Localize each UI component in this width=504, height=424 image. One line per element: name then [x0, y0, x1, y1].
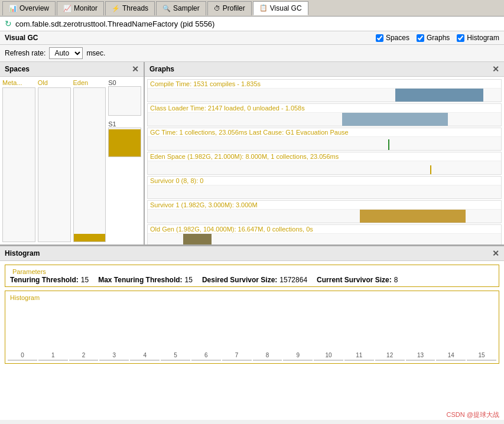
survivor1-graph: Survivor 1 (1.982G, 3.000M): 3.000M [147, 200, 502, 223]
gc-time-spike [388, 139, 389, 150]
spaces-checkbox[interactable] [376, 34, 383, 42]
section-label: Visual GC [5, 34, 38, 42]
class-loader-label: Class Loader Time: 2147 loaded, 0 unload… [148, 104, 501, 113]
tab-visual-gc[interactable]: 📋 Visual GC [253, 1, 308, 15]
hist-col-label-0: 0 [21, 352, 24, 358]
spaces-close-button[interactable]: ✕ [132, 64, 139, 74]
survivor-spaces: S0 S1 [108, 79, 141, 242]
hist-bar-wrap-1 [38, 360, 68, 361]
tab-bar: 📊 Overview 📈 Monitor ⚡ Threads 🔍 Sampler… [0, 0, 504, 17]
eden-space-col: Eden [73, 79, 106, 242]
hist-col-label-15: 15 [479, 352, 485, 358]
max-tenuring-item: Max Tenuring Threshold: 15 [98, 276, 193, 284]
spaces-panel-title: Spaces [5, 65, 30, 73]
tab-sampler[interactable]: 🔍 Sampler [156, 1, 206, 15]
graphs-content: Compile Time: 1531 compiles - 1.835s Cla… [145, 77, 504, 244]
graphs-checkbox-label[interactable]: Graphs [427, 34, 450, 42]
s1-fill [109, 129, 141, 156]
profiler-icon: ⏱ [214, 5, 220, 12]
refresh-row: Refresh rate: Auto 100 200 500 1000 msec… [0, 45, 504, 62]
oldgen-area [148, 234, 501, 244]
eden-graph: Eden Space (1.982G, 21.000M): 8.000M, 1 … [147, 152, 502, 175]
hist-col-label-10: 10 [325, 352, 331, 358]
histogram-close-button[interactable]: ✕ [492, 249, 499, 258]
survivor0-area [148, 185, 501, 198]
hist-col-label-7: 7 [235, 352, 239, 358]
gc-time-area [148, 137, 501, 150]
toolbar: Visual GC Spaces Graphs Histogram [0, 31, 504, 45]
meta-bar [2, 87, 35, 242]
hist-col-10: 10 [314, 352, 343, 361]
compile-time-area [148, 89, 501, 102]
tab-threads[interactable]: ⚡ Threads [105, 1, 155, 15]
hist-col-0: 0 [8, 352, 37, 361]
hist-col-1: 1 [38, 352, 68, 361]
main-area: Spaces ✕ Meta... Old [0, 62, 504, 420]
hist-col-4: 4 [130, 352, 160, 361]
class-loader-bar [342, 113, 448, 126]
desired-survivor-name: Desired Survivor Size: [202, 276, 277, 284]
hist-bar-wrap-4 [130, 360, 160, 361]
top-panels: Spaces ✕ Meta... Old [0, 62, 504, 245]
histogram-checkbox[interactable] [457, 34, 464, 42]
graphs-checkbox[interactable] [417, 34, 424, 42]
old-space-col: Old [38, 79, 71, 242]
hist-bar-wrap-8 [253, 360, 282, 361]
oldgen-graph: Old Gen (1.982G, 104.000M): 16.647M, 0 c… [147, 224, 502, 244]
tab-monitor[interactable]: 📈 Monitor [57, 1, 104, 15]
histogram-checkbox-group: Histogram [457, 34, 499, 42]
hist-col-15: 15 [467, 352, 496, 361]
histogram-group: Histogram 0123456789101112131415 [5, 291, 499, 364]
tenuring-threshold-name: Tenuring Threshold: [10, 276, 79, 284]
oldgen-label: Old Gen (1.982G, 104.000M): 16.647M, 0 c… [148, 225, 501, 234]
s1-bar [108, 128, 141, 157]
hist-bar-wrap-7 [222, 360, 252, 361]
tab-profiler[interactable]: ⏱ Profiler [207, 1, 252, 15]
histogram-bars: 0123456789101112131415 [8, 302, 496, 361]
histogram-panel-header: Histogram ✕ [0, 246, 504, 261]
histogram-checkbox-label[interactable]: Histogram [467, 34, 499, 42]
survivor1-label: Survivor 1 (1.982G, 3.000M): 3.000M [148, 201, 501, 210]
graphs-panel-title: Graphs [149, 65, 174, 73]
refresh-icon[interactable]: ↻ [5, 19, 12, 28]
tab-overview[interactable]: 📊 Overview [2, 1, 56, 15]
graphs-panel-header: Graphs ✕ [145, 62, 504, 77]
refresh-select[interactable]: Auto 100 200 500 1000 [49, 47, 83, 59]
hist-col-label-11: 11 [356, 352, 362, 358]
hist-col-label-12: 12 [386, 352, 393, 358]
class-loader-graph: Class Loader Time: 2147 loaded, 0 unload… [147, 103, 502, 126]
title-bar: ↻ com.fable.sdt.zerotrusttool.ThreadName… [0, 17, 504, 31]
graphs-checkbox-group: Graphs [417, 34, 450, 42]
eden-graph-area [148, 161, 501, 174]
graphs-close-button[interactable]: ✕ [492, 64, 499, 74]
hist-col-label-3: 3 [113, 352, 116, 358]
old-bar [38, 87, 71, 242]
params-row: Tenuring Threshold: 15 Max Tenuring Thre… [10, 276, 494, 284]
eden-graph-label: Eden Space (1.982G, 21.000M): 8.000M, 1 … [148, 152, 501, 161]
gc-time-label: GC Time: 1 collections, 23.056ms Last Ca… [148, 128, 501, 137]
refresh-label: Refresh rate: [5, 49, 45, 57]
gc-time-graph: GC Time: 1 collections, 23.056ms Last Ca… [147, 128, 502, 151]
current-survivor-value: 8 [394, 276, 398, 284]
hist-col-5: 5 [161, 352, 190, 361]
hist-bar-wrap-11 [344, 360, 374, 361]
hist-col-13: 13 [406, 352, 435, 361]
eden-label: Eden [73, 79, 106, 86]
hist-bar-wrap-13 [406, 360, 435, 361]
visual-gc-icon: 📋 [259, 4, 268, 12]
monitor-icon: 📈 [63, 5, 71, 12]
eden-bar [73, 87, 106, 242]
spaces-checkbox-label[interactable]: Spaces [386, 34, 409, 42]
hist-bar-wrap-2 [69, 360, 99, 361]
compile-time-label: Compile Time: 1531 compiles - 1.835s [148, 80, 501, 89]
hist-bar-wrap-5 [161, 360, 190, 361]
spaces-content: Meta... Old Eden [0, 77, 144, 244]
eden-spike [430, 165, 431, 174]
hist-col-9: 9 [283, 352, 313, 361]
s1-label: S1 [108, 120, 141, 128]
hist-bar-wrap-0 [8, 360, 37, 361]
watermark: CSDN @提球大战 [447, 410, 499, 419]
s0-label: S0 [108, 79, 141, 86]
hist-bar-wrap-3 [99, 360, 129, 361]
class-loader-area [148, 113, 501, 126]
